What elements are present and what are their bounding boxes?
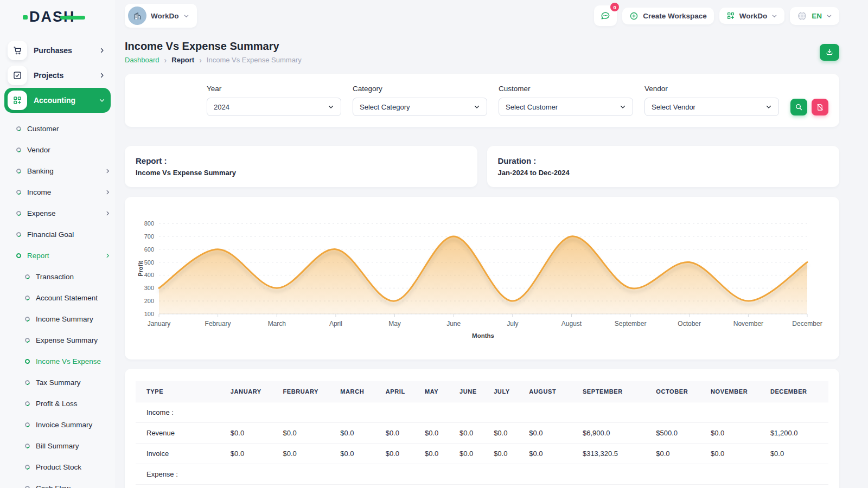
bullet-icon	[15, 231, 22, 237]
cell-value: $0.0	[380, 444, 419, 464]
cell-value: $0.0	[225, 423, 278, 444]
sidebar-item-label: Report	[27, 252, 99, 260]
bullet-icon	[24, 442, 30, 449]
cell-value: $0.0	[419, 423, 454, 444]
sidebar-item-transaction[interactable]: Transaction	[4, 266, 111, 287]
sidebar-item-bill-summary[interactable]: Bill Summary	[4, 435, 111, 457]
year-select[interactable]: 2024	[207, 98, 341, 116]
sidebar-item-vendor[interactable]: Vendor	[4, 139, 111, 160]
breadcrumb: Dashboard › Report › Income Vs Expense S…	[125, 56, 302, 64]
grid-plus-icon	[726, 11, 735, 20]
sidebar-item-invoice-summary[interactable]: Invoice Summary	[4, 414, 111, 435]
workspace-switcher[interactable]: WorkDo	[125, 4, 197, 28]
chevron-down-icon	[99, 97, 105, 104]
summary-cards-row: Report : Income Vs Expense Summary Durat…	[125, 146, 839, 187]
duration-card-title: Duration :	[498, 156, 829, 165]
bullet-icon	[24, 485, 30, 488]
vendor-value: Select Vendor	[652, 103, 695, 111]
report-card-title: Report :	[136, 156, 467, 165]
column-header: JUNE	[454, 381, 488, 402]
sidebar-item-label: Customer	[27, 125, 111, 133]
logo[interactable]: DASH	[0, 0, 115, 34]
sidebar-item-income[interactable]: Income	[4, 182, 111, 203]
svg-text:February: February	[205, 320, 231, 328]
sidebar-item-label: Account Statement	[36, 294, 111, 302]
year-label: Year	[207, 85, 341, 93]
sidebar-item-cash-flow[interactable]: Cash Flow	[4, 478, 111, 488]
svg-text:600: 600	[144, 246, 154, 253]
breadcrumb-dashboard-link[interactable]: Dashboard	[125, 56, 159, 64]
breadcrumb-report-link[interactable]: Report	[171, 56, 194, 64]
sidebar-item-account-statement[interactable]: Account Statement	[4, 287, 111, 309]
sidebar-item-customer[interactable]: Customer	[4, 118, 111, 139]
sidebar-item-product-stock[interactable]: Product Stock	[4, 457, 111, 478]
chevron-down-icon	[771, 13, 777, 19]
bullet-icon	[15, 168, 22, 174]
search-icon	[795, 103, 803, 111]
sidebar-item-purchases[interactable]: Purchases	[4, 38, 111, 63]
svg-text:August: August	[561, 320, 582, 328]
sidebar-item-projects[interactable]: Projects	[4, 63, 111, 88]
cell-value: $0.0	[419, 444, 454, 464]
reset-filter-button[interactable]	[812, 99, 828, 115]
category-label: Category	[353, 85, 487, 93]
bullet-icon	[24, 421, 30, 428]
table-row: Revenue$0.0$0.0$0.0$0.0$0.0$0.0$0.0$0.0$…	[136, 423, 828, 444]
sidebar-item-label: Purchases	[34, 46, 92, 55]
svg-text:June: June	[446, 320, 461, 328]
chevron-down-icon	[765, 104, 772, 110]
sidebar-item-label: Tax Summary	[36, 378, 111, 387]
sidebar-item-banking[interactable]: Banking	[4, 160, 111, 182]
sidebar-item-expense-summary[interactable]: Expense Summary	[4, 330, 111, 351]
logo-text: DASH	[29, 9, 75, 25]
sidebar-item-label: Invoice Summary	[36, 421, 111, 429]
main-area: WorkDo 0 Create Workspace WorkDo EN	[115, 0, 868, 488]
sidebar-item-label: Profit & Loss	[36, 400, 111, 408]
sidebar-item-expense[interactable]: Expense	[4, 203, 111, 224]
svg-text:January: January	[148, 320, 171, 328]
sidebar-item-financial-goal[interactable]: Financial Goal	[4, 224, 111, 245]
cell-value: $0.0	[454, 444, 488, 464]
svg-text:Months: Months	[472, 332, 494, 339]
plus-circle-icon	[629, 11, 639, 21]
sidebar-item-accounting[interactable]: Accounting	[4, 88, 111, 113]
create-workspace-button[interactable]: Create Workspace	[622, 8, 714, 24]
bullet-icon	[24, 337, 30, 343]
top-right-actions: 0 Create Workspace WorkDo EN	[594, 5, 839, 26]
bullet-icon	[24, 316, 30, 322]
svg-text:October: October	[678, 320, 701, 328]
column-header: MAY	[419, 381, 454, 402]
language-selector[interactable]: EN	[790, 7, 839, 25]
sidebar-item-income-vs-expense[interactable]: Income Vs Expense	[4, 351, 111, 372]
chevron-right-icon	[105, 253, 111, 259]
category-select[interactable]: Select Category	[353, 98, 487, 116]
table-row: Invoice$0.0$0.0$0.0$0.0$0.0$0.0$0.0$0.0$…	[136, 444, 828, 464]
column-header: SEPTEMBER	[577, 381, 650, 402]
svg-text:400: 400	[144, 272, 154, 278]
profit-chart-card: 100200300400500600700800JanuaryFebruaryM…	[125, 197, 839, 359]
sidebar-item-report[interactable]: Report	[4, 245, 111, 266]
vendor-label: Vendor	[644, 85, 779, 93]
apply-filter-button[interactable]	[790, 99, 807, 115]
income-expense-table-card: TYPEJANUARYFEBRUARYMARCHAPRILMAYJUNEJULY…	[125, 369, 839, 488]
sidebar-item-tax-summary[interactable]: Tax Summary	[4, 372, 111, 393]
column-header: TYPE	[136, 381, 225, 402]
sidebar-item-income-summary[interactable]: Income Summary	[4, 309, 111, 330]
cell-value: $500.0	[650, 423, 705, 444]
cell-value: $0.0	[524, 423, 577, 444]
page-head: Income Vs Expense Summary Dashboard › Re…	[125, 40, 839, 64]
messages-button[interactable]: 0	[594, 5, 617, 26]
sidebar-item-label: Product Stock	[36, 463, 111, 471]
customer-select[interactable]: Select Customer	[499, 98, 633, 116]
sidebar-main-menu: Purchases Projects Accounting	[0, 34, 115, 113]
workdo-menu-label: WorkDo	[739, 12, 768, 20]
svg-text:200: 200	[144, 298, 154, 304]
vendor-select[interactable]: Select Vendor	[644, 98, 779, 116]
bullet-icon	[24, 400, 30, 407]
sidebar-item-profit-loss[interactable]: Profit & Loss	[4, 393, 111, 414]
workdo-menu-button[interactable]: WorkDo	[719, 8, 785, 24]
svg-text:800: 800	[144, 220, 154, 227]
column-header: OCTOBER	[650, 381, 705, 402]
svg-text:Profit: Profit	[137, 261, 144, 277]
download-button[interactable]	[820, 44, 839, 61]
